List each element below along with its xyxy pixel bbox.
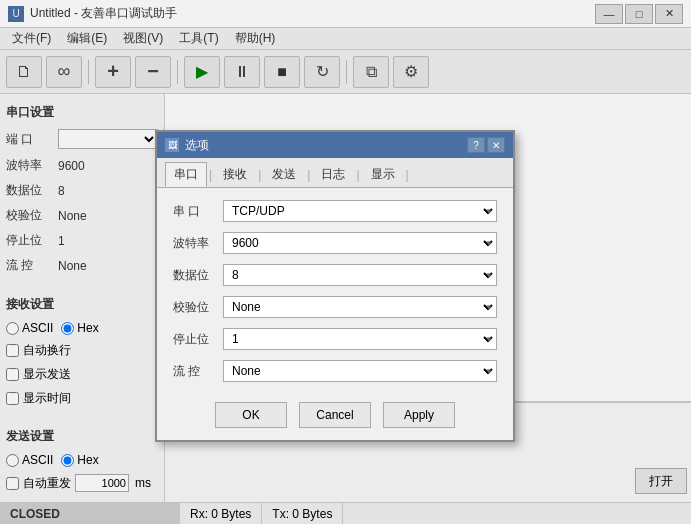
dialog-icon: 🖼 xyxy=(165,138,179,152)
dialog-port-select-wrapper: TCP/UDP xyxy=(223,200,497,222)
dialog-baudrate-label: 波特率 xyxy=(173,235,223,252)
dialog-databits-select-wrapper: 8 xyxy=(223,264,497,286)
dialog-help-button[interactable]: ? xyxy=(467,137,485,153)
dialog-footer: OK Cancel Apply xyxy=(157,394,513,440)
dialog-title-controls: ? ✕ xyxy=(467,137,505,153)
tab-send[interactable]: 发送 xyxy=(263,162,305,187)
tab-sep-3: | xyxy=(307,168,310,182)
dialog-title-text: 🖼 选项 xyxy=(165,137,209,154)
dialog-parity-select-wrapper: None xyxy=(223,296,497,318)
dialog-databits-label: 数据位 xyxy=(173,267,223,284)
dialog-ok-button[interactable]: OK xyxy=(215,402,287,428)
dialog-parity-label: 校验位 xyxy=(173,299,223,316)
dialog-apply-button[interactable]: Apply xyxy=(383,402,455,428)
dialog-baudrate-select[interactable]: 9600 xyxy=(223,232,497,254)
dialog-overlay: 🖼 选项 ? ✕ 串口 | 接收 | 发送 | 日志 | 显示 | 串 口 xyxy=(0,0,691,524)
tab-sep-2: | xyxy=(258,168,261,182)
dialog-flowcontrol-select[interactable]: None xyxy=(223,360,497,382)
dialog-port-select[interactable]: TCP/UDP xyxy=(223,200,497,222)
tab-sep-1: | xyxy=(209,168,212,182)
dialog-databits-row: 数据位 8 xyxy=(173,264,497,286)
dialog-title: 选项 xyxy=(185,137,209,154)
dialog-stopbits-select-wrapper: 1 xyxy=(223,328,497,350)
tab-receive[interactable]: 接收 xyxy=(214,162,256,187)
tab-display[interactable]: 显示 xyxy=(362,162,404,187)
dialog-cancel-button[interactable]: Cancel xyxy=(299,402,371,428)
dialog-tabs: 串口 | 接收 | 发送 | 日志 | 显示 | xyxy=(157,158,513,188)
dialog-close-button[interactable]: ✕ xyxy=(487,137,505,153)
dialog-stopbits-row: 停止位 1 xyxy=(173,328,497,350)
dialog-baudrate-row: 波特率 9600 xyxy=(173,232,497,254)
dialog-parity-select[interactable]: None xyxy=(223,296,497,318)
dialog-flowcontrol-row: 流 控 None xyxy=(173,360,497,382)
tab-sep-5: | xyxy=(406,168,409,182)
tab-log[interactable]: 日志 xyxy=(312,162,354,187)
dialog-port-row: 串 口 TCP/UDP xyxy=(173,200,497,222)
tab-sep-4: | xyxy=(356,168,359,182)
dialog-stopbits-select[interactable]: 1 xyxy=(223,328,497,350)
dialog-port-label: 串 口 xyxy=(173,203,223,220)
dialog-stopbits-label: 停止位 xyxy=(173,331,223,348)
tab-port[interactable]: 串口 xyxy=(165,162,207,187)
options-dialog: 🖼 选项 ? ✕ 串口 | 接收 | 发送 | 日志 | 显示 | 串 口 xyxy=(155,130,515,442)
dialog-title-bar: 🖼 选项 ? ✕ xyxy=(157,132,513,158)
dialog-parity-row: 校验位 None xyxy=(173,296,497,318)
dialog-baudrate-select-wrapper: 9600 xyxy=(223,232,497,254)
dialog-flowcontrol-select-wrapper: None xyxy=(223,360,497,382)
dialog-databits-select[interactable]: 8 xyxy=(223,264,497,286)
dialog-body: 串 口 TCP/UDP 波特率 9600 数据位 xyxy=(157,188,513,394)
dialog-flowcontrol-label: 流 控 xyxy=(173,363,223,380)
